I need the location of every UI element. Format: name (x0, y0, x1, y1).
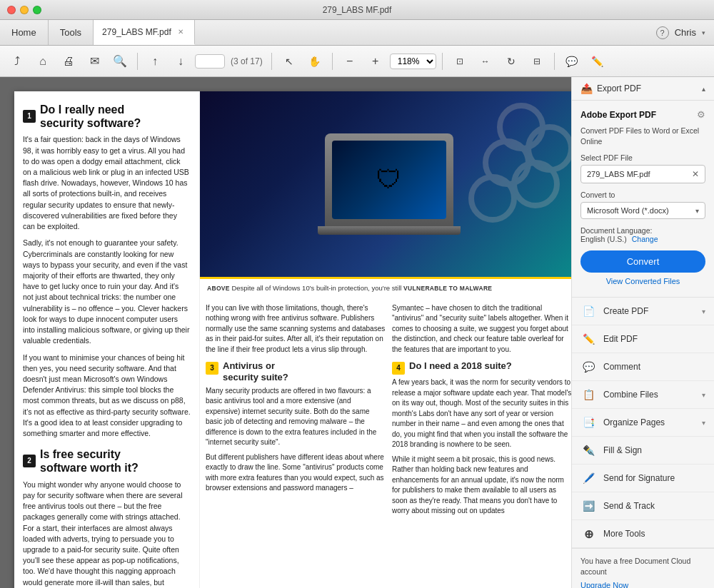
export-pdf-header-content: 📤 Export PDF (580, 83, 641, 94)
pdf-left-column: 1 Do I really needsecurity software? It'… (14, 91, 200, 588)
scroll-up-button[interactable]: ↑ (144, 50, 166, 73)
adobe-export-title-row: Adobe Export PDF ⚙ (580, 109, 705, 120)
cloud-note-text: You have a free Document Cloud account (580, 557, 690, 576)
adobe-export-title: Adobe Export PDF (580, 110, 656, 120)
markup-button[interactable]: ✏️ (586, 50, 609, 73)
combine-files-label: Combine Files (603, 390, 695, 400)
pdf-viewer[interactable]: 1 Do I really needsecurity software? It'… (0, 77, 571, 588)
combine-files-icon: 📋 (580, 387, 596, 402)
rotate-button[interactable]: ↻ (500, 50, 523, 73)
col1-intro: If you can live with those limitations, … (206, 303, 386, 355)
tool-combine-files[interactable]: 📋 Combine Files ▾ (572, 381, 714, 409)
shield-icon-large: 🛡 (376, 165, 402, 195)
export-pdf-header[interactable]: 📤 Export PDF ▴ (572, 77, 714, 101)
close-button[interactable] (7, 6, 16, 14)
comment-icon: 💬 (580, 359, 596, 375)
pdf-columns: If you can live with those limitations, … (200, 298, 571, 588)
section-1-body: It's a fair question: back in the days o… (23, 134, 191, 232)
scan-button[interactable]: ⊟ (526, 50, 548, 73)
tool-organize-pages[interactable]: 📑 Organize Pages ▾ (572, 409, 714, 437)
pdf-column-2: Symantec – have chosen to ditch the trad… (392, 303, 571, 588)
col1-section3-body2: But different publishers have different … (206, 452, 386, 494)
page-number-input[interactable]: 80 (200, 56, 220, 66)
window-title: 279_LABS MF.pdf (323, 5, 392, 15)
combine-files-expand-icon: ▾ (702, 391, 705, 399)
section-4-title: Do I need a 2018 suite? (409, 360, 512, 372)
tool-create-pdf[interactable]: 📄 Create PDF ▾ (572, 298, 714, 325)
tab-doc-label: 279_LABS MF.pdf (102, 27, 171, 37)
file-clear-icon[interactable]: ✕ (692, 169, 699, 179)
zoom-out-button[interactable]: − (338, 50, 361, 73)
home-button[interactable]: ⌂ (31, 50, 54, 73)
select-pdf-label: Select PDF File (580, 153, 705, 162)
svg-point-3 (514, 163, 557, 206)
tab-home[interactable]: Home (0, 20, 49, 45)
search-button[interactable]: 🔍 (109, 50, 131, 73)
section-2-body: You might wonder why anyone would choose… (23, 480, 191, 588)
file-name: 279_LABS MF.pdf (587, 170, 650, 178)
laptop-illustration: 🛡 (325, 133, 453, 226)
pdf-caption: ABOVE Despite all of Windows 10's built-… (200, 277, 571, 298)
tool-fill-sign[interactable]: ✒️ Fill & Sign (572, 437, 714, 465)
export-pdf-header-label: Export PDF (597, 83, 641, 93)
export-pdf-chevron-icon: ▴ (702, 85, 705, 93)
section-3-number: 3 (206, 362, 218, 375)
change-language-link[interactable]: Change (632, 235, 658, 243)
create-pdf-expand-icon: ▾ (702, 308, 705, 315)
doc-language: Document Language: English (U.S.) Change (580, 226, 705, 243)
fit-width-button[interactable]: ↔ (474, 50, 497, 73)
export-pdf-icon: 📤 (580, 83, 593, 94)
help-icon[interactable]: ? (656, 26, 669, 39)
zoom-in-button[interactable]: + (364, 50, 387, 73)
main-area: 1 Do I really needsecurity software? It'… (0, 77, 714, 588)
print-button[interactable]: 🖨 (57, 50, 80, 73)
section-4-header: 4 Do I need a 2018 suite? (392, 360, 571, 375)
pdf-hero-image: 🛡 (200, 91, 571, 277)
comment-toolbar-button[interactable]: 💬 (560, 50, 583, 73)
pdf-right-area: 🛡 (200, 91, 571, 588)
more-tools-label: More Tools (603, 529, 705, 539)
toolbar-separator-5 (554, 53, 555, 70)
organize-pages-expand-icon: ▾ (702, 419, 705, 427)
email-button[interactable]: ✉ (83, 50, 106, 73)
svg-point-4 (471, 177, 514, 220)
tool-edit-pdf[interactable]: ✏️ Edit PDF (572, 325, 714, 353)
section-1-body-2: Sadly, it's not enough to guarantee your… (23, 238, 191, 346)
tab-close-button[interactable]: ✕ (176, 27, 186, 37)
tool-send-signature[interactable]: 🖊️ Send for Signature (572, 465, 714, 492)
pan-tool-button[interactable]: ✋ (303, 50, 326, 73)
tool-send-track[interactable]: ➡️ Send & Track (572, 492, 714, 520)
toolbar-separator-4 (442, 53, 443, 70)
send-track-icon: ➡️ (580, 498, 596, 514)
fit-page-button[interactable]: ⊡ (448, 50, 471, 73)
view-converted-link[interactable]: View Converted Files (580, 277, 705, 285)
pdf-page: 1 Do I really needsecurity software? It'… (14, 91, 571, 588)
user-name[interactable]: Chris (675, 27, 696, 38)
more-tools-icon: ⊕ (580, 526, 596, 542)
tab-tools[interactable]: Tools (49, 20, 94, 45)
convert-to-select[interactable]: Microsoft Word (*.docx) ▾ (580, 202, 705, 219)
upgrade-link[interactable]: Upgrade Now (580, 580, 705, 588)
zoom-select[interactable]: 118% 100% 75% 150% (390, 54, 436, 69)
cursor-tool-button[interactable]: ↖ (278, 50, 301, 73)
section-2-header: 2 Is free securitysoftware worth it? (23, 447, 191, 475)
pdf-content: 1 Do I really needsecurity software? It'… (14, 91, 571, 588)
tool-comment[interactable]: 💬 Comment (572, 353, 714, 381)
tab-spacer (195, 20, 648, 45)
send-signature-icon: 🖊️ (580, 470, 596, 486)
section-1-number: 1 (23, 110, 36, 123)
minimize-button[interactable] (20, 6, 29, 14)
tool-more-tools[interactable]: ⊕ More Tools (572, 520, 714, 548)
tab-document[interactable]: 279_LABS MF.pdf ✕ (94, 20, 195, 45)
convert-to-value: Microsoft Word (*.docx) (587, 206, 669, 215)
scroll-down-button[interactable]: ↓ (169, 50, 192, 73)
settings-icon[interactable]: ⚙ (697, 109, 705, 120)
convert-button[interactable]: Convert (580, 250, 705, 273)
col2-intro: Symantec – have chosen to ditch the trad… (392, 303, 571, 355)
share-button[interactable]: ⤴ (6, 50, 29, 73)
caption-label: ABOVE (207, 285, 230, 292)
create-pdf-icon: 📄 (580, 303, 596, 319)
maximize-button[interactable] (33, 6, 41, 14)
edit-pdf-label: Edit PDF (603, 334, 705, 344)
file-field[interactable]: 279_LABS MF.pdf ✕ (580, 165, 705, 183)
